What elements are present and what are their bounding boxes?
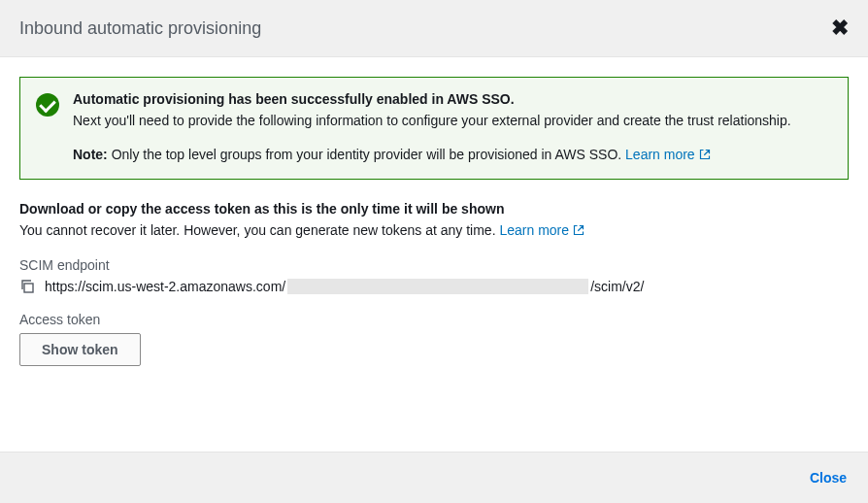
endpoint-prefix: https://scim.us-west-2.amazonaws.com/: [45, 279, 285, 294]
endpoint-suffix: /scim/v2/: [590, 279, 644, 294]
copy-icon[interactable]: [19, 279, 35, 294]
alert-note: Note: Only the top level groups from you…: [73, 145, 832, 165]
alert-description: Next you'll need to provide the followin…: [73, 111, 832, 131]
download-description: You cannot recover it later. However, yo…: [19, 222, 849, 238]
alert-content: Automatic provisioning has been successf…: [73, 91, 832, 165]
modal-title: Inbound automatic provisioning: [19, 18, 261, 39]
success-alert: Automatic provisioning has been successf…: [19, 77, 849, 180]
modal-header: Inbound automatic provisioning ✖: [0, 0, 868, 57]
close-icon[interactable]: ✖: [831, 17, 849, 39]
access-token-label: Access token: [19, 312, 849, 327]
learn-more-link-body[interactable]: Learn more: [499, 222, 584, 238]
alert-title: Automatic provisioning has been successf…: [73, 91, 832, 107]
scim-endpoint-value: https://scim.us-west-2.amazonaws.com/ /s…: [45, 279, 644, 294]
download-title: Download or copy the access token as thi…: [19, 201, 849, 217]
scim-endpoint-label: SCIM endpoint: [19, 257, 849, 273]
modal-footer: Close: [0, 452, 868, 503]
scim-endpoint-row: https://scim.us-west-2.amazonaws.com/ /s…: [19, 279, 849, 294]
note-label: Note:: [73, 147, 108, 162]
learn-more-text: Learn more: [499, 222, 569, 238]
show-token-button[interactable]: Show token: [19, 333, 141, 366]
external-link-icon: [573, 224, 584, 236]
modal-body: Automatic provisioning has been successf…: [0, 57, 868, 452]
download-desc-text: You cannot recover it later. However, yo…: [19, 222, 499, 238]
svg-rect-0: [24, 284, 33, 292]
learn-more-link-alert[interactable]: Learn more: [625, 147, 711, 162]
modal-dialog: Inbound automatic provisioning ✖ Automat…: [0, 0, 868, 503]
close-button[interactable]: Close: [810, 470, 847, 486]
learn-more-text: Learn more: [625, 147, 695, 162]
redacted-region: [287, 279, 588, 294]
note-text: Only the top level groups from your iden…: [108, 147, 625, 162]
external-link-icon: [699, 149, 711, 160]
check-circle-icon: [36, 93, 59, 117]
